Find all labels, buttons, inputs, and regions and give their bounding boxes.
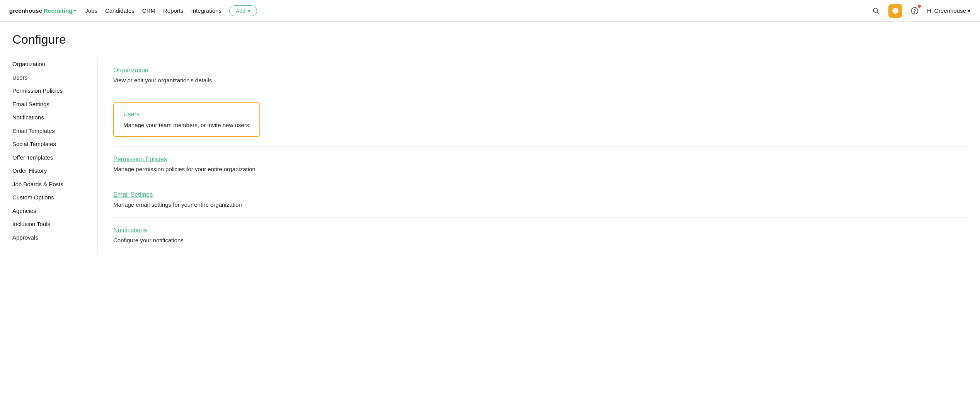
nav-jobs[interactable]: Jobs (85, 7, 97, 14)
user-menu[interactable]: Hi Greenhouse ▾ (927, 7, 971, 14)
config-item-organization: Organization View or edit your organizat… (113, 58, 968, 93)
config-item-permission-policies: Permission Policies Manage permission po… (113, 146, 968, 182)
config-item-notifications: Notifications Configure your notificatio… (113, 218, 968, 253)
nav-links: Jobs Candidates CRM Reports Integrations… (85, 5, 860, 16)
main-content: Organization View or edit your organizat… (97, 58, 968, 253)
sidebar-item-job-boards-posts[interactable]: Job Boards & Posts (12, 178, 91, 191)
page-title: Configure (12, 32, 968, 47)
sidebar-item-inclusion-tools[interactable]: Inclusion Tools (12, 218, 91, 231)
permission-policies-link[interactable]: Permission Policies (113, 156, 167, 163)
help-icon: ? (911, 7, 919, 15)
organization-description: View or edit your organization's details (113, 77, 968, 83)
sidebar-item-order-history[interactable]: Order History (12, 164, 91, 178)
sidebar-item-email-templates[interactable]: Email Templates (12, 124, 91, 138)
users-highlight-box: Users Manage your team members, or invit… (113, 102, 260, 137)
svg-text:?: ? (913, 9, 916, 14)
config-item-users: Users Manage your team members, or invit… (113, 93, 968, 146)
add-button[interactable]: Add ▾ (229, 5, 257, 16)
page-container: Configure Organization Users Permission … (0, 22, 980, 264)
user-greeting-text: Hi Greenhouse (927, 7, 966, 14)
nav-right: ? Hi Greenhouse ▾ (869, 4, 971, 18)
nav-candidates[interactable]: Candidates (105, 7, 135, 14)
sidebar-item-permission-policies[interactable]: Permission Policies (12, 84, 91, 98)
sidebar-item-social-templates[interactable]: Social Templates (12, 138, 91, 151)
sidebar-item-agencies[interactable]: Agencies (12, 204, 91, 218)
sidebar-item-notifications[interactable]: Notifications (12, 111, 91, 124)
nav-crm[interactable]: CRM (142, 7, 155, 14)
logo-text: greenhouse (9, 7, 42, 14)
help-button[interactable]: ? (908, 4, 922, 18)
users-link[interactable]: Users (123, 111, 140, 118)
user-chevron-icon: ▾ (968, 7, 971, 14)
gear-icon (892, 7, 899, 14)
svg-line-1 (877, 12, 879, 14)
gear-button[interactable] (888, 4, 902, 18)
nav-reports[interactable]: Reports (163, 7, 184, 14)
logo-chevron-icon[interactable]: ▾ (74, 9, 76, 13)
search-button[interactable] (869, 4, 883, 18)
add-chevron-icon: ▾ (248, 8, 251, 14)
sidebar: Organization Users Permission Policies E… (12, 58, 97, 253)
users-description: Manage your team members, or invite new … (123, 122, 250, 128)
search-icon (872, 7, 880, 15)
sidebar-item-email-settings[interactable]: Email Settings (12, 98, 91, 111)
logo[interactable]: greenhouse Recruiting ▾ (9, 7, 76, 14)
sidebar-item-organization[interactable]: Organization (12, 58, 91, 71)
logo-green-text: Recruiting (44, 7, 72, 14)
notifications-description: Configure your notifications (113, 237, 968, 243)
sidebar-item-approvals[interactable]: Approvals (12, 231, 91, 245)
sidebar-item-users[interactable]: Users (12, 71, 91, 85)
content-wrapper: Organization Users Permission Policies E… (12, 58, 968, 253)
config-item-email-settings: Email Settings Manage email settings for… (113, 182, 968, 218)
permission-policies-description: Manage permission policies for your enti… (113, 166, 968, 172)
add-label: Add (236, 8, 245, 14)
notification-dot (918, 5, 921, 8)
email-settings-description: Manage email settings for your entire or… (113, 201, 968, 208)
organization-link[interactable]: Organization (113, 67, 148, 74)
email-settings-link[interactable]: Email Settings (113, 191, 153, 198)
sidebar-item-offer-templates[interactable]: Offer Templates (12, 151, 91, 165)
sidebar-item-custom-options[interactable]: Custom Options (12, 191, 91, 204)
notifications-link[interactable]: Notifications (113, 227, 147, 234)
nav-integrations[interactable]: Integrations (191, 7, 222, 14)
top-navigation: greenhouse Recruiting ▾ Jobs Candidates … (0, 0, 980, 22)
